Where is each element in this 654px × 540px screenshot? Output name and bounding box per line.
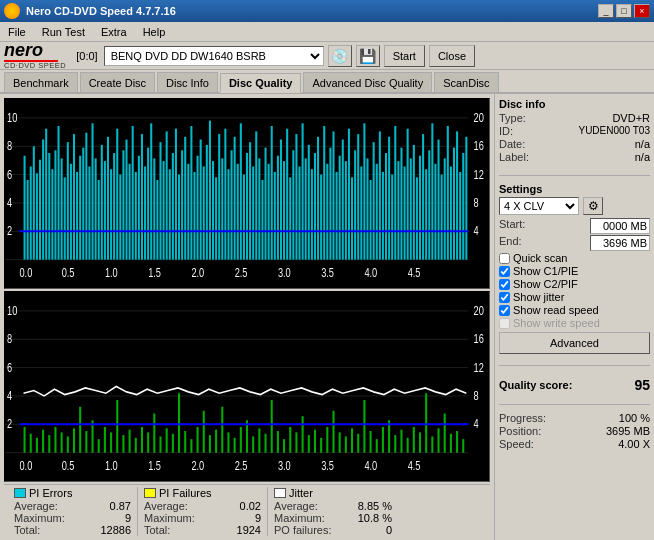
- svg-text:2.5: 2.5: [235, 266, 248, 279]
- svg-rect-106: [298, 167, 300, 260]
- maximize-button[interactable]: □: [616, 4, 632, 18]
- speed-select[interactable]: 4 X CLV 8 X CLV Max: [499, 197, 579, 215]
- disc-icon-button[interactable]: 💿: [328, 45, 352, 67]
- advanced-button[interactable]: Advanced: [499, 332, 650, 354]
- disc-info-section: Disc info Type: DVD+R ID: YUDEN000 T03 D…: [499, 98, 650, 164]
- menubar: File Run Test Extra Help: [0, 22, 654, 42]
- save-icon-button[interactable]: 💾: [356, 45, 380, 67]
- svg-rect-51: [129, 164, 131, 260]
- svg-rect-42: [101, 145, 103, 260]
- svg-rect-154: [447, 126, 449, 260]
- svg-rect-59: [153, 158, 155, 259]
- svg-rect-133: [382, 172, 384, 260]
- svg-text:3.5: 3.5: [321, 266, 334, 279]
- svg-rect-35: [79, 156, 81, 260]
- tab-disc-info[interactable]: Disc Info: [157, 72, 218, 92]
- show-read-speed-checkbox[interactable]: [499, 305, 510, 316]
- svg-text:0.0: 0.0: [19, 459, 32, 472]
- svg-rect-43: [104, 161, 106, 260]
- minimize-button[interactable]: _: [598, 4, 614, 18]
- svg-rect-21: [36, 173, 38, 259]
- svg-rect-208: [141, 427, 143, 453]
- svg-rect-249: [394, 435, 396, 453]
- close-main-button[interactable]: Close: [429, 45, 475, 67]
- svg-rect-221: [221, 407, 223, 453]
- start-value-input[interactable]: [590, 218, 650, 234]
- svg-rect-55: [141, 134, 143, 260]
- menu-help[interactable]: Help: [139, 24, 170, 40]
- svg-rect-207: [135, 438, 137, 453]
- chart1-container: 20 16 12 8 4 10 6 4 2 8 // We'll draw th…: [4, 98, 490, 289]
- date-label: Date:: [499, 138, 525, 150]
- svg-rect-260: [462, 439, 464, 453]
- svg-rect-202: [104, 427, 106, 453]
- svg-rect-213: [172, 434, 174, 453]
- svg-rect-65: [172, 153, 174, 260]
- svg-rect-189: [24, 427, 26, 453]
- svg-rect-146: [422, 134, 424, 260]
- close-button[interactable]: ×: [634, 4, 650, 18]
- svg-text:1.0: 1.0: [105, 266, 118, 279]
- charts-area: 20 16 12 8 4 10 6 4 2 8 // We'll draw th…: [0, 94, 494, 540]
- svg-text:20: 20: [474, 304, 484, 317]
- svg-rect-136: [391, 175, 393, 260]
- quick-scan-checkbox[interactable]: [499, 253, 510, 264]
- quick-scan-label: Quick scan: [513, 252, 567, 264]
- tab-advanced-disc-quality[interactable]: Advanced Disc Quality: [303, 72, 432, 92]
- svg-text:2: 2: [7, 224, 12, 237]
- show-c1-pie-checkbox[interactable]: [499, 266, 510, 277]
- menu-extra[interactable]: Extra: [97, 24, 131, 40]
- svg-text:8: 8: [474, 389, 479, 402]
- menu-file[interactable]: File: [4, 24, 30, 40]
- svg-rect-160: [465, 137, 467, 260]
- svg-rect-143: [413, 145, 415, 260]
- svg-rect-155: [450, 167, 452, 260]
- svg-rect-75: [203, 167, 205, 260]
- svg-rect-33: [73, 134, 75, 260]
- svg-rect-34: [76, 172, 78, 260]
- svg-rect-223: [234, 438, 236, 453]
- start-button[interactable]: Start: [384, 45, 425, 67]
- svg-text:12: 12: [474, 360, 484, 373]
- svg-text:10: 10: [7, 111, 17, 124]
- tab-scandisc[interactable]: ScanDisc: [434, 72, 498, 92]
- svg-rect-214: [178, 393, 180, 452]
- svg-rect-210: [153, 414, 155, 453]
- label-label: Label:: [499, 151, 529, 163]
- show-write-speed-checkbox[interactable]: [499, 318, 510, 329]
- svg-rect-92: [255, 131, 257, 259]
- svg-rect-53: [135, 172, 137, 260]
- device-select[interactable]: BENQ DVD DD DW1640 BSRB: [104, 46, 324, 66]
- svg-rect-80: [218, 134, 220, 260]
- svg-rect-37: [85, 133, 87, 260]
- po-failures-value: 0: [386, 524, 392, 536]
- pi-failures-color: [144, 488, 156, 498]
- svg-rect-70: [187, 164, 189, 260]
- svg-rect-147: [425, 169, 427, 259]
- svg-rect-41: [98, 180, 100, 260]
- tab-disc-quality[interactable]: Disc Quality: [220, 73, 302, 93]
- settings-icon-button[interactable]: ⚙: [583, 197, 603, 215]
- svg-rect-17: [24, 156, 26, 260]
- svg-rect-109: [308, 145, 310, 260]
- svg-rect-206: [129, 430, 131, 453]
- tabs-bar: Benchmark Create Disc Disc Info Disc Qua…: [0, 70, 654, 94]
- titlebar-controls: _ □ ×: [598, 4, 650, 18]
- app-icon: [4, 3, 20, 19]
- svg-rect-46: [113, 153, 115, 260]
- svg-rect-142: [410, 158, 412, 259]
- menu-run-test[interactable]: Run Test: [38, 24, 89, 40]
- svg-rect-24: [45, 129, 47, 260]
- svg-rect-194: [54, 427, 56, 453]
- svg-rect-107: [302, 123, 304, 259]
- pi-errors-label: PI Errors: [29, 487, 72, 499]
- show-c2-pif-checkbox[interactable]: [499, 279, 510, 290]
- svg-text:0.0: 0.0: [19, 266, 32, 279]
- show-jitter-checkbox[interactable]: [499, 292, 510, 303]
- end-value-input[interactable]: [590, 235, 650, 251]
- svg-rect-137: [394, 126, 396, 260]
- svg-text:16: 16: [474, 139, 484, 152]
- tab-create-disc[interactable]: Create Disc: [80, 72, 155, 92]
- speed-label: Speed:: [499, 438, 534, 450]
- tab-benchmark[interactable]: Benchmark: [4, 72, 78, 92]
